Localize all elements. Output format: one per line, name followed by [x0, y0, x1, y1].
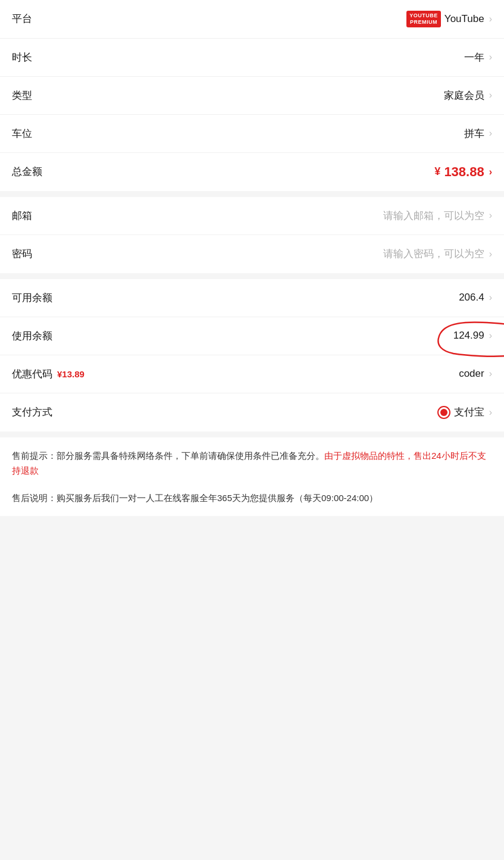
total-amount: 138.88 [444, 164, 484, 180]
chevron-icon: › [489, 90, 492, 101]
balance-available-row[interactable]: 可用余额 206.4 › [0, 279, 504, 317]
seat-value[interactable]: 拼车 › [464, 127, 492, 140]
chevron-icon: › [489, 210, 492, 221]
discount-amount: ¥13.89 [57, 369, 84, 379]
chevron-icon: › [489, 368, 492, 379]
discount-value[interactable]: coder › [459, 368, 492, 380]
youtube-premium-badge: YOUTUBEPREMIUM [406, 11, 441, 27]
duration-row[interactable]: 时长 一年 › [0, 39, 504, 77]
chevron-icon: › [489, 249, 492, 259]
platform-name: YouTube [444, 13, 484, 25]
radio-inner [440, 409, 447, 416]
account-info-section: 邮箱 请输入邮箱，可以为空 › 密码 请输入密码，可以为空 › [0, 197, 504, 273]
email-label: 邮箱 [12, 209, 32, 223]
chevron-icon: › [489, 292, 492, 303]
balance-use-amount: 124.99 [453, 330, 484, 341]
type-value[interactable]: 家庭会员 › [444, 89, 492, 102]
notice-section: 售前提示：部分服务需具备特殊网络条件，下单前请确保使用条件已准备充分。由于虚拟物… [0, 437, 504, 517]
balance-use-value[interactable]: 124.99 › [453, 330, 492, 342]
duration-value[interactable]: 一年 › [464, 51, 492, 64]
type-row[interactable]: 类型 家庭会员 › [0, 77, 504, 115]
chevron-icon: › [489, 407, 492, 418]
balance-available-value[interactable]: 206.4 › [459, 292, 492, 304]
radio-button [437, 406, 450, 419]
discount-label: 优惠代码 [12, 367, 52, 381]
payment-label: 支付方式 [12, 405, 52, 419]
duration-text: 一年 [464, 51, 484, 64]
seat-row[interactable]: 车位 拼车 › [0, 115, 504, 153]
chevron-icon: › [489, 167, 492, 177]
password-label: 密码 [12, 247, 32, 261]
balance-available-amount: 206.4 [459, 292, 484, 304]
total-row[interactable]: 总金额 ¥ 138.88 › [0, 153, 504, 191]
chevron-icon: › [489, 330, 492, 341]
chevron-icon: › [489, 14, 492, 24]
payment-info-section: 可用余额 206.4 › 使用余额 124.99 › 优惠代码 ¥13.89 c… [0, 279, 504, 431]
platform-row[interactable]: 平台 YOUTUBEPREMIUM YouTube › [0, 0, 504, 39]
pre-sale-notice: 售前提示：部分服务需具备特殊网络条件，下单前请确保使用条件已准备充分。由于虚拟物… [12, 448, 492, 479]
discount-row[interactable]: 优惠代码 ¥13.89 coder › [0, 355, 504, 393]
platform-value[interactable]: YOUTUBEPREMIUM YouTube › [406, 11, 492, 27]
discount-code: coder [459, 368, 484, 380]
email-row[interactable]: 邮箱 请输入邮箱，可以为空 › [0, 197, 504, 235]
email-value[interactable]: 请输入邮箱，可以为空 › [383, 209, 492, 223]
seat-label: 车位 [12, 127, 32, 140]
payment-value[interactable]: 支付宝 › [437, 405, 492, 419]
balance-available-label: 可用余额 [12, 291, 52, 305]
product-info-section: 平台 YOUTUBEPREMIUM YouTube › 时长 一年 › 类型 家… [0, 0, 504, 191]
password-value[interactable]: 请输入密码，可以为空 › [383, 247, 492, 261]
chevron-icon: › [489, 52, 492, 62]
total-label: 总金额 [12, 165, 42, 179]
payment-row[interactable]: 支付方式 支付宝 › [0, 393, 504, 431]
password-placeholder: 请输入密码，可以为空 [383, 247, 484, 261]
discount-label-group: 优惠代码 ¥13.89 [12, 367, 84, 381]
total-yen: ¥ [434, 165, 440, 178]
total-value[interactable]: ¥ 138.88 › [434, 164, 492, 180]
duration-label: 时长 [12, 51, 32, 64]
platform-label: 平台 [12, 12, 32, 26]
pre-sale-text: 售前提示：部分服务需具备特殊网络条件，下单前请确保使用条件已准备充分。 [12, 451, 324, 461]
password-row[interactable]: 密码 请输入密码，可以为空 › [0, 235, 504, 273]
balance-use-label: 使用余额 [12, 329, 52, 343]
seat-text: 拼车 [464, 127, 484, 140]
balance-use-circled: 124.99 [453, 330, 484, 342]
chevron-icon: › [489, 128, 492, 139]
balance-use-row[interactable]: 使用余额 124.99 › [0, 317, 504, 355]
after-sale-notice: 售后说明：购买服务后我们一对一人工在线客服全年365天为您提供服务（每天09:0… [12, 490, 492, 506]
payment-method: 支付宝 [454, 405, 484, 419]
type-text: 家庭会员 [444, 89, 484, 102]
type-label: 类型 [12, 89, 32, 102]
email-placeholder: 请输入邮箱，可以为空 [383, 209, 484, 223]
